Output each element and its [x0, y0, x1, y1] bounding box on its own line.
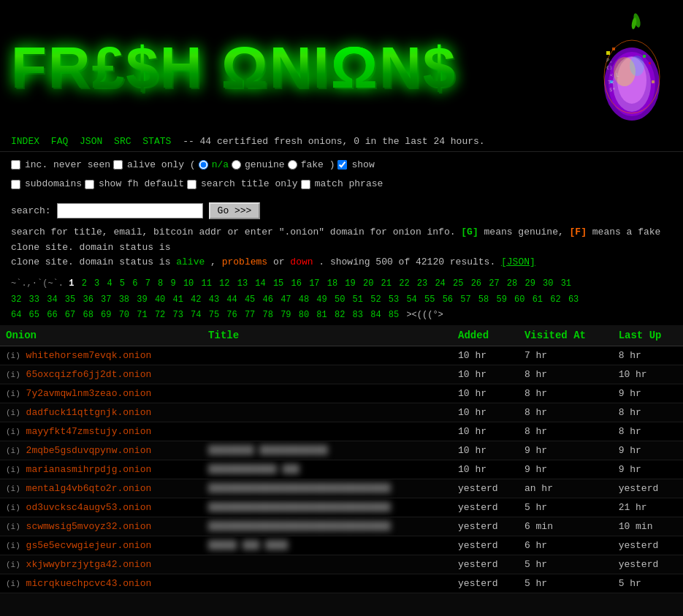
- nav-src[interactable]: SRC: [114, 136, 131, 147]
- page-link-35[interactable]: 35: [65, 294, 75, 305]
- page-link-18[interactable]: 18: [327, 278, 337, 289]
- match-phrase-checkbox[interactable]: [301, 180, 310, 189]
- page-link-60[interactable]: 60: [514, 294, 524, 305]
- search-button[interactable]: Go >>>: [209, 202, 261, 219]
- page-link-61[interactable]: 61: [533, 294, 543, 305]
- page-link-81[interactable]: 81: [316, 310, 327, 320]
- page-link-68[interactable]: 68: [83, 310, 93, 320]
- onion-address-link[interactable]: micrqkuechpcvc43.onion: [20, 578, 151, 589]
- page-link-54[interactable]: 54: [406, 294, 416, 305]
- search-input[interactable]: [57, 203, 203, 218]
- page-link-25[interactable]: 25: [453, 278, 463, 289]
- page-link-76[interactable]: 76: [226, 310, 237, 320]
- page-link-83[interactable]: 83: [353, 310, 363, 320]
- page-link-5[interactable]: 5: [120, 278, 125, 289]
- radio-genuine-input[interactable]: [232, 160, 241, 170]
- info-link[interactable]: (i): [6, 522, 20, 531]
- info-link[interactable]: (i): [6, 579, 20, 588]
- page-link-43[interactable]: 43: [209, 294, 219, 305]
- onion-address-link[interactable]: 65oxcqizfo6jj2dt.onion: [20, 369, 151, 380]
- page-link-72[interactable]: 72: [155, 310, 165, 320]
- page-link-2[interactable]: 2: [82, 278, 87, 289]
- info-link[interactable]: (i): [6, 560, 20, 569]
- page-link-80[interactable]: 80: [299, 310, 309, 320]
- page-link-13[interactable]: 13: [237, 278, 248, 289]
- page-link-45[interactable]: 45: [245, 294, 255, 305]
- nav-index[interactable]: INDEX: [11, 136, 39, 147]
- page-link-21[interactable]: 21: [381, 278, 392, 289]
- info-link[interactable]: (i): [6, 465, 20, 474]
- page-link-10[interactable]: 10: [183, 278, 194, 289]
- page-link-20[interactable]: 20: [363, 278, 373, 289]
- page-link-39[interactable]: 39: [137, 294, 147, 305]
- onion-address-link[interactable]: xkjwwybrzjytga42.onion: [20, 559, 151, 570]
- alive-only-checkbox[interactable]: [113, 160, 123, 170]
- page-link-19[interactable]: 19: [345, 278, 355, 289]
- search-title-checkbox[interactable]: [187, 180, 196, 189]
- page-link-16[interactable]: 16: [291, 278, 302, 289]
- page-link-14[interactable]: 14: [255, 278, 265, 289]
- onion-address-link[interactable]: marianasmihrpdjg.onion: [20, 464, 151, 475]
- page-link-33[interactable]: 33: [29, 294, 39, 305]
- page-link-11[interactable]: 11: [201, 278, 211, 289]
- radio-na-input[interactable]: [199, 160, 208, 170]
- page-link-49[interactable]: 49: [316, 294, 327, 305]
- info-link[interactable]: (i): [6, 389, 20, 398]
- page-link-28[interactable]: 28: [507, 278, 517, 289]
- page-link-67[interactable]: 67: [65, 310, 75, 320]
- show-checkbox[interactable]: [337, 160, 347, 170]
- info-link[interactable]: (i): [6, 484, 20, 493]
- info-link[interactable]: (i): [6, 408, 20, 417]
- radio-fake-input[interactable]: [288, 160, 297, 170]
- page-link-38[interactable]: 38: [119, 294, 129, 305]
- page-link-3[interactable]: 3: [94, 278, 99, 289]
- onion-address-link[interactable]: scwmwsig5mvoyz32.onion: [20, 521, 151, 532]
- page-link-70[interactable]: 70: [119, 310, 129, 320]
- page-link-82[interactable]: 82: [335, 310, 345, 320]
- onion-address-link[interactable]: dadfuck11qttgnjk.onion: [20, 407, 151, 418]
- page-link-9[interactable]: 9: [170, 278, 175, 289]
- onion-address-link[interactable]: 2mqbe5gsduvqpynw.onion: [20, 445, 151, 456]
- page-link-30[interactable]: 30: [543, 278, 553, 289]
- page-link-63[interactable]: 63: [568, 294, 579, 305]
- page-link-44[interactable]: 44: [226, 294, 237, 305]
- page-link-69[interactable]: 69: [101, 310, 111, 320]
- onion-address-link[interactable]: gs5e5ecvwgiejeur.onion: [20, 540, 151, 551]
- page-link-85[interactable]: 85: [389, 310, 399, 320]
- info-link[interactable]: (i): [6, 370, 20, 379]
- page-link-26[interactable]: 26: [471, 278, 481, 289]
- nav-stats[interactable]: STATS: [142, 136, 171, 147]
- onion-address-link[interactable]: 7y2avmqwlnm3zeao.onion: [20, 388, 151, 399]
- info-link[interactable]: (i): [6, 446, 20, 455]
- page-link-48[interactable]: 48: [299, 294, 309, 305]
- page-link-64[interactable]: 64: [11, 310, 21, 320]
- info-link[interactable]: (i): [6, 427, 20, 436]
- page-link-46[interactable]: 46: [263, 294, 273, 305]
- info-link[interactable]: (i): [6, 541, 20, 550]
- onion-address-link[interactable]: whitehorsem7evqk.onion: [20, 350, 151, 361]
- info-link[interactable]: (i): [6, 351, 20, 360]
- page-link-12[interactable]: 12: [219, 278, 229, 289]
- onion-address-link[interactable]: mayyfkt47zmstujy.onion: [20, 426, 151, 437]
- show-fh-checkbox[interactable]: [85, 180, 94, 189]
- page-link-34[interactable]: 34: [47, 294, 57, 305]
- onion-address-link[interactable]: od3uvcksc4augv53.onion: [20, 502, 151, 513]
- nav-json[interactable]: JSON: [80, 136, 102, 147]
- page-link-41[interactable]: 41: [172, 294, 183, 305]
- page-link-59[interactable]: 59: [496, 294, 506, 305]
- nav-faq[interactable]: FAQ: [51, 136, 68, 147]
- page-link-42[interactable]: 42: [191, 294, 201, 305]
- page-link-75[interactable]: 75: [209, 310, 219, 320]
- page-link-56[interactable]: 56: [443, 294, 453, 305]
- page-link-52[interactable]: 52: [370, 294, 381, 305]
- page-link-78[interactable]: 78: [263, 310, 273, 320]
- page-link-74[interactable]: 74: [191, 310, 201, 320]
- page-link-84[interactable]: 84: [370, 310, 381, 320]
- page-link-7[interactable]: 7: [145, 278, 150, 289]
- page-link-57[interactable]: 57: [460, 294, 470, 305]
- page-link-8[interactable]: 8: [158, 278, 163, 289]
- info-link[interactable]: (i): [6, 503, 20, 512]
- page-link-53[interactable]: 53: [389, 294, 399, 305]
- page-link-24[interactable]: 24: [435, 278, 445, 289]
- inc-never-seen-checkbox[interactable]: [11, 160, 20, 170]
